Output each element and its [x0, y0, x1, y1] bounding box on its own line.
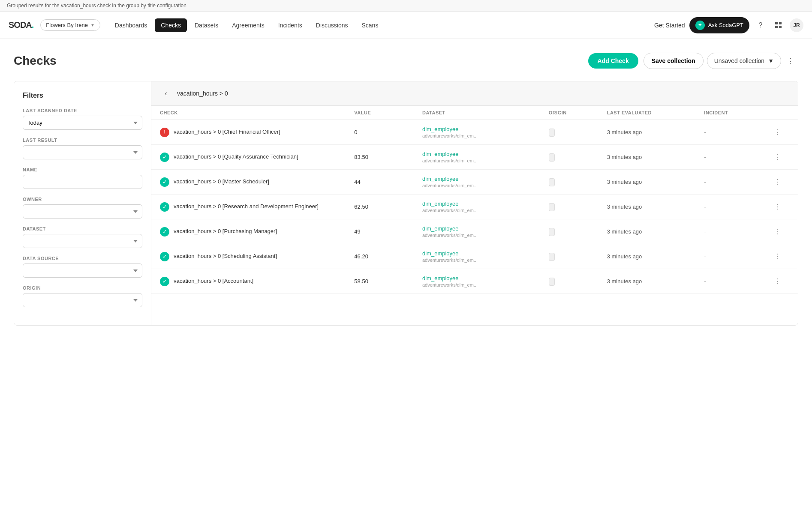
- row-dots-icon: ⋮: [774, 178, 781, 186]
- last-result-select[interactable]: [23, 145, 142, 159]
- incident-cell: -: [704, 253, 772, 260]
- page-more-button[interactable]: ⋮: [783, 53, 798, 69]
- pass-status-icon: ✓: [160, 202, 169, 212]
- last-evaluated-cell: 3 minutes ago: [607, 154, 704, 160]
- dataset-name-link[interactable]: dim_employee: [422, 126, 549, 132]
- dataset-path: adventureworks/dim_em...: [422, 133, 549, 138]
- nav-item-discussions[interactable]: Discussions: [310, 18, 354, 32]
- check-name: vacation_hours > 0 [Chief Financial Offi…: [174, 128, 280, 136]
- row-dots-icon: ⋮: [774, 153, 781, 161]
- dataset-name-link[interactable]: dim_employee: [422, 225, 549, 232]
- table-row[interactable]: ✓ vacation_hours > 0 [Research and Devel…: [151, 195, 798, 219]
- row-more-button[interactable]: ⋮: [772, 252, 782, 262]
- row-more-button[interactable]: ⋮: [772, 127, 782, 138]
- results-panel: ‹ vacation_hours > 0 CHECK VALUE DATASET…: [151, 81, 798, 325]
- last-scanned-date-label: LAST SCANNED DATE: [23, 108, 142, 113]
- table-row[interactable]: ✓ vacation_hours > 0 [Purchasing Manager…: [151, 219, 798, 244]
- nav-item-agreements[interactable]: Agreements: [226, 18, 270, 32]
- dataset-name-link[interactable]: dim_employee: [422, 275, 549, 281]
- table-row[interactable]: ✓ vacation_hours > 0 [Accountant] 58.50 …: [151, 269, 798, 294]
- add-check-button[interactable]: Add Check: [588, 53, 638, 69]
- owner-filter-label: OWNER: [23, 197, 142, 202]
- check-name: vacation_hours > 0 [Purchasing Manager]: [174, 228, 277, 235]
- dataset-cell: dim_employee adventureworks/dim_em...: [422, 151, 549, 163]
- dataset-name-link[interactable]: dim_employee: [422, 250, 549, 257]
- table-row[interactable]: ✓ vacation_hours > 0 [Quality Assurance …: [151, 145, 798, 170]
- checks-table: CHECK VALUE DATASET ORIGIN LAST EVALUATE…: [151, 106, 798, 294]
- nav-item-dashboards[interactable]: Dashboards: [109, 18, 153, 32]
- origin-code-tag: [549, 278, 555, 286]
- check-value: 46.20: [354, 253, 422, 260]
- nav-item-checks[interactable]: Checks: [155, 18, 187, 32]
- table-body: ! vacation_hours > 0 [Chief Financial Of…: [151, 120, 798, 294]
- check-name: vacation_hours > 0 [Quality Assurance Te…: [174, 153, 298, 161]
- last-evaluated-cell: 3 minutes ago: [607, 228, 704, 235]
- dataset-path: adventureworks/dim_em...: [422, 233, 549, 238]
- ask-soda-button[interactable]: ✦ Ask SodaGPT: [689, 17, 749, 33]
- nav-right: Get Started ✦ Ask SodaGPT ? JR: [654, 17, 803, 33]
- filter-group-data-source: DATA SOURCE: [23, 256, 142, 278]
- user-avatar[interactable]: JR: [790, 18, 803, 32]
- table-row[interactable]: ✓ vacation_hours > 0 [Master Scheduler] …: [151, 170, 798, 195]
- dataset-cell: dim_employee adventureworks/dim_em...: [422, 201, 549, 213]
- origin-code-tag: [549, 228, 555, 236]
- org-selector[interactable]: Flowers By Irene ▼: [40, 19, 100, 31]
- origin-code-tag: [549, 129, 555, 137]
- check-name-cell: ✓ vacation_hours > 0 [Scheduling Assista…: [160, 252, 354, 261]
- table-row[interactable]: ✓ vacation_hours > 0 [Scheduling Assista…: [151, 244, 798, 269]
- col-dataset: DATASET: [422, 110, 549, 115]
- dataset-name-link[interactable]: dim_employee: [422, 176, 549, 182]
- back-button[interactable]: ‹: [160, 87, 172, 99]
- org-name: Flowers By Irene: [46, 22, 88, 28]
- dataset-name-link[interactable]: dim_employee: [422, 151, 549, 157]
- nav-item-incidents[interactable]: Incidents: [272, 18, 308, 32]
- check-name: vacation_hours > 0 [Scheduling Assistant…: [174, 252, 277, 260]
- table-row[interactable]: ! vacation_hours > 0 [Chief Financial Of…: [151, 120, 798, 145]
- data-source-filter-select[interactable]: [23, 263, 142, 278]
- fail-status-icon: !: [160, 128, 169, 137]
- owner-filter-select[interactable]: [23, 204, 142, 219]
- filter-group-origin: ORIGIN: [23, 285, 142, 307]
- dataset-name-link[interactable]: dim_employee: [422, 201, 549, 207]
- check-name-cell: ✓ vacation_hours > 0 [Purchasing Manager…: [160, 227, 354, 237]
- dataset-cell: dim_employee adventureworks/dim_em...: [422, 126, 549, 138]
- origin-code-tag: [549, 153, 555, 162]
- check-name: vacation_hours > 0 [Research and Develop…: [174, 203, 319, 210]
- content-area: Filters LAST SCANNED DATE Today LAST RES…: [14, 81, 798, 326]
- get-started-button[interactable]: Get Started: [654, 22, 685, 29]
- save-collection-button[interactable]: Save collection: [644, 53, 704, 69]
- dataset-cell: dim_employee adventureworks/dim_em...: [422, 176, 549, 188]
- last-result-label: LAST RESULT: [23, 138, 142, 143]
- last-scanned-date-select[interactable]: Today: [23, 116, 142, 130]
- row-more-button[interactable]: ⋮: [772, 276, 782, 287]
- row-dots-icon: ⋮: [774, 228, 781, 236]
- help-icon-button[interactable]: ?: [754, 18, 767, 32]
- dataset-filter-label: DATASET: [23, 226, 142, 231]
- row-more-button[interactable]: ⋮: [772, 177, 782, 187]
- nav-item-scans[interactable]: Scans: [355, 18, 384, 32]
- origin-filter-select[interactable]: [23, 293, 142, 307]
- nav-item-datasets[interactable]: Datasets: [189, 18, 224, 32]
- collection-dropdown[interactable]: Unsaved collection ▼: [707, 53, 781, 69]
- pass-status-icon: ✓: [160, 277, 169, 286]
- name-filter-input[interactable]: [23, 175, 142, 189]
- origin-cell: [549, 154, 607, 160]
- incident-cell: -: [704, 204, 772, 210]
- collection-chevron-icon: ▼: [768, 57, 774, 64]
- row-more-button[interactable]: ⋮: [772, 152, 782, 162]
- dataset-path: adventureworks/dim_em...: [422, 183, 549, 188]
- origin-cell: [549, 278, 607, 284]
- col-actions: [772, 110, 789, 115]
- nav-links: Dashboards Checks Datasets Agreements In…: [109, 18, 654, 32]
- check-value: 62.50: [354, 204, 422, 210]
- row-more-button[interactable]: ⋮: [772, 202, 782, 212]
- origin-cell: [549, 179, 607, 185]
- apps-icon-button[interactable]: [772, 18, 785, 32]
- dataset-filter-select[interactable]: [23, 234, 142, 248]
- row-more-button[interactable]: ⋮: [772, 227, 782, 237]
- origin-cell: [549, 129, 607, 135]
- page-title: Checks: [14, 54, 588, 68]
- origin-filter-label: ORIGIN: [23, 285, 142, 290]
- filter-group-owner: OWNER: [23, 197, 142, 219]
- ask-soda-label: Ask SodaGPT: [708, 22, 743, 28]
